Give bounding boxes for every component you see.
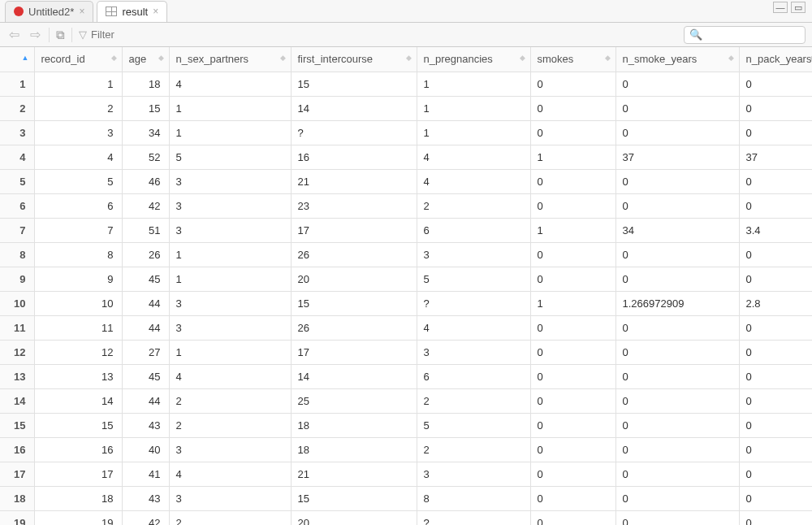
cell-n_smoke_years[interactable]: 34	[615, 218, 739, 242]
table-row[interactable]: 191942220?000	[0, 510, 812, 525]
table-row[interactable]: 1111443264000	[0, 315, 812, 340]
row-number-header[interactable]: ▲	[0, 47, 34, 72]
maximize-button[interactable]: ▭	[791, 2, 806, 13]
cell-n_sex_partners[interactable]: 4	[169, 462, 291, 486]
cell-first_intercourse[interactable]: 21	[291, 462, 417, 486]
cell-n_pack_years[interactable]: 0	[739, 340, 812, 364]
cell-n_pack_years[interactable]: 0	[739, 315, 812, 340]
cell-n_sex_partners[interactable]: 2	[169, 510, 291, 525]
cell-n_smoke_years[interactable]: 0	[615, 120, 739, 145]
cell-smokes[interactable]: 0	[530, 510, 615, 525]
cell-age[interactable]: 44	[122, 291, 169, 315]
cell-n_pregnancies[interactable]: 1	[417, 72, 530, 96]
cell-n_pack_years[interactable]: 0	[739, 72, 812, 96]
cell-record_id[interactable]: 9	[34, 267, 122, 291]
cell-smokes[interactable]: 0	[530, 315, 615, 340]
cell-age[interactable]: 26	[122, 242, 169, 267]
cell-first_intercourse[interactable]: 17	[291, 218, 417, 242]
cell-n_sex_partners[interactable]: 1	[169, 242, 291, 267]
table-row[interactable]: 99451205000	[0, 267, 812, 291]
cell-age[interactable]: 34	[122, 120, 169, 145]
cell-n_smoke_years[interactable]: 0	[615, 72, 739, 96]
cell-record_id[interactable]: 10	[34, 291, 122, 315]
cell-n_pregnancies[interactable]: 4	[417, 145, 530, 169]
cell-n_sex_partners[interactable]: 3	[169, 193, 291, 218]
cell-n_pregnancies[interactable]: 4	[417, 315, 530, 340]
cell-record_id[interactable]: 3	[34, 120, 122, 145]
cell-record_id[interactable]: 7	[34, 218, 122, 242]
cell-n_sex_partners[interactable]: 3	[169, 291, 291, 315]
cell-first_intercourse[interactable]: 26	[291, 242, 417, 267]
cell-n_pregnancies[interactable]: ?	[417, 510, 530, 525]
cell-n_smoke_years[interactable]: 0	[615, 315, 739, 340]
cell-n_sex_partners[interactable]: 2	[169, 388, 291, 413]
cell-smokes[interactable]: 1	[530, 218, 615, 242]
cell-record_id[interactable]: 19	[34, 510, 122, 525]
popout-icon[interactable]: ⧉	[56, 28, 65, 42]
cell-first_intercourse[interactable]: 21	[291, 169, 417, 193]
cell-record_id[interactable]: 18	[34, 486, 122, 510]
cell-smokes[interactable]: 1	[530, 291, 615, 315]
cell-first_intercourse[interactable]: 20	[291, 510, 417, 525]
cell-n_sex_partners[interactable]: 1	[169, 267, 291, 291]
cell-first_intercourse[interactable]: 14	[291, 96, 417, 120]
cell-n_pack_years[interactable]: 0	[739, 388, 812, 413]
cell-n_pregnancies[interactable]: 1	[417, 120, 530, 145]
cell-smokes[interactable]: 0	[530, 413, 615, 437]
table-row[interactable]: 88261263000	[0, 242, 812, 267]
cell-n_pregnancies[interactable]: 2	[417, 193, 530, 218]
cell-smokes[interactable]: 0	[530, 462, 615, 486]
minimize-button[interactable]: —	[773, 2, 788, 13]
cell-n_pregnancies[interactable]: 3	[417, 242, 530, 267]
cell-n_pregnancies[interactable]: 5	[417, 413, 530, 437]
cell-n_smoke_years[interactable]: 0	[615, 340, 739, 364]
cell-smokes[interactable]: 0	[530, 486, 615, 510]
cell-age[interactable]: 40	[122, 437, 169, 462]
cell-smokes[interactable]: 0	[530, 437, 615, 462]
cell-smokes[interactable]: 0	[530, 72, 615, 96]
cell-n_smoke_years[interactable]: 0	[615, 388, 739, 413]
cell-age[interactable]: 41	[122, 462, 169, 486]
cell-smokes[interactable]: 0	[530, 340, 615, 364]
search-box[interactable]: 🔍	[684, 26, 806, 44]
cell-first_intercourse[interactable]: 20	[291, 267, 417, 291]
cell-n_pregnancies[interactable]: 4	[417, 169, 530, 193]
cell-first_intercourse[interactable]: 18	[291, 413, 417, 437]
cell-record_id[interactable]: 13	[34, 364, 122, 388]
table-row[interactable]: 4452516413737	[0, 145, 812, 169]
cell-n_pack_years[interactable]: 3.4	[739, 218, 812, 242]
cell-n_sex_partners[interactable]: 3	[169, 437, 291, 462]
cell-n_pack_years[interactable]: 0	[739, 96, 812, 120]
cell-record_id[interactable]: 14	[34, 388, 122, 413]
cell-n_pack_years[interactable]: 0	[739, 267, 812, 291]
cell-n_pregnancies[interactable]: 2	[417, 437, 530, 462]
cell-n_pack_years[interactable]: 0	[739, 242, 812, 267]
col-n_sex_partners[interactable]: n_sex_partners◆	[169, 47, 291, 72]
table-row[interactable]: 1212271173000	[0, 340, 812, 364]
cell-n_pack_years[interactable]: 0	[739, 120, 812, 145]
cell-n_smoke_years[interactable]: 0	[615, 96, 739, 120]
cell-smokes[interactable]: 1	[530, 145, 615, 169]
cell-n_sex_partners[interactable]: 4	[169, 364, 291, 388]
cell-n_pack_years[interactable]: 0	[739, 510, 812, 525]
cell-n_smoke_years[interactable]: 1.266972909	[615, 291, 739, 315]
cell-first_intercourse[interactable]: ?	[291, 120, 417, 145]
col-first_intercourse[interactable]: first_intercourse◆	[291, 47, 417, 72]
cell-n_smoke_years[interactable]: 37	[615, 145, 739, 169]
cell-n_pack_years[interactable]: 0	[739, 462, 812, 486]
cell-age[interactable]: 44	[122, 315, 169, 340]
cell-first_intercourse[interactable]: 15	[291, 72, 417, 96]
cell-smokes[interactable]: 0	[530, 96, 615, 120]
table-row[interactable]: 775131761343.4	[0, 218, 812, 242]
cell-n_pack_years[interactable]: 0	[739, 437, 812, 462]
back-button[interactable]: ⇦	[6, 28, 21, 41]
cell-n_sex_partners[interactable]: 4	[169, 72, 291, 96]
table-row[interactable]: 66423232000	[0, 193, 812, 218]
cell-n_pack_years[interactable]: 0	[739, 169, 812, 193]
cell-first_intercourse[interactable]: 16	[291, 145, 417, 169]
cell-first_intercourse[interactable]: 18	[291, 437, 417, 462]
cell-first_intercourse[interactable]: 26	[291, 315, 417, 340]
table-row[interactable]: 101044315?11.2669729092.8	[0, 291, 812, 315]
table-row[interactable]: 33341?1000	[0, 120, 812, 145]
cell-n_smoke_years[interactable]: 0	[615, 267, 739, 291]
